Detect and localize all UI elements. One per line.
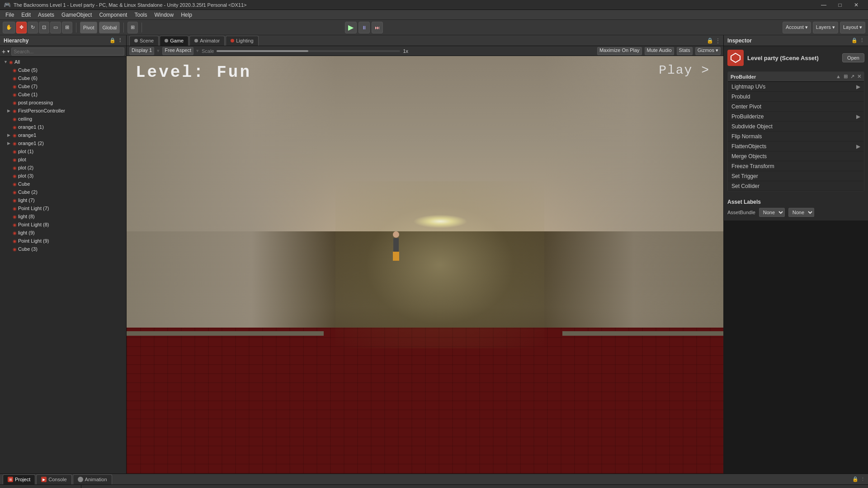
menu-component[interactable]: Component [95,11,131,19]
layout-button[interactable]: Layout ▾ [840,22,865,33]
pb-arrow-icon: ▶ [856,84,860,90]
minimize-button[interactable]: — [816,0,832,10]
rect-tool[interactable]: ▭ [50,22,61,33]
stats-button[interactable]: Stats [677,47,693,55]
menu-assets[interactable]: Assets [34,11,58,19]
pb-set-trigger[interactable]: Set Trigger [728,171,864,181]
hier-cube[interactable]: ◉ Cube [0,180,126,188]
hier-pointlight9[interactable]: ◉ Point Light (9) [0,237,126,245]
hier-light8[interactable]: ◉ light (8) [0,212,126,221]
step-button[interactable]: ⏭ [372,22,383,33]
tab-game[interactable]: Game [160,36,189,46]
tab-console[interactable]: ▶ Console [36,474,71,484]
maximize-button[interactable]: □ [832,0,848,10]
view-panel-menu[interactable]: ⋮ [715,38,721,44]
snap-button[interactable]: ⊞ [127,22,138,33]
hier-postprocessing[interactable]: ◉ post processing [0,99,126,107]
hierarchy-add-icon[interactable]: + [2,48,5,55]
pb-set-collider[interactable]: Set Collider [728,181,864,191]
mute-audio[interactable]: Mute Audio [645,47,674,55]
pb-probuld[interactable]: Probuld [728,92,864,102]
tab-lighting[interactable]: Lighting [226,36,259,46]
hierarchy-menu-icon[interactable]: ⋮ [118,38,123,43]
open-button[interactable]: Open [842,53,864,62]
pivot-button[interactable]: Pivot [80,22,97,33]
menu-help[interactable]: Help [177,11,196,19]
menu-edit[interactable]: Edit [18,11,34,19]
tab-project[interactable]: ⊞ Project [3,474,35,484]
hier-cube6[interactable]: ◉ Cube (6) [0,74,126,82]
global-button[interactable]: Global [99,22,120,33]
hier-cube7[interactable]: ◉ Cube (7) [0,82,126,90]
menu-tools[interactable]: Tools [131,11,151,19]
pb-subdivide[interactable]: Subdivide Object [728,122,864,131]
hierarchy-search[interactable] [11,47,124,56]
pb-merge[interactable]: Merge Objects [728,151,864,161]
layers-button[interactable]: Layers ▾ [813,22,838,33]
hier-ceiling[interactable]: ◉ ceiling [0,115,126,123]
gizmos-dropdown[interactable]: Gizmos ▾ [695,47,721,55]
display-dropdown[interactable]: Display 1 [129,47,154,55]
pause-button[interactable]: ⏸ [359,22,370,33]
bottom-lock-icon[interactable]: 🔒 [852,476,859,482]
pb-detach-icon[interactable]: ↗ [850,74,854,80]
hier-plot3[interactable]: ◉ plot (3) [0,172,126,180]
asset-bundle-variant-select[interactable]: None [788,208,814,217]
scale-tool[interactable]: ⊡ [39,22,49,33]
hand-tool[interactable]: ✋ [3,22,15,33]
account-button[interactable]: Account ▾ [783,22,811,33]
hud-play-button[interactable]: Play > [659,63,710,77]
asset-bundle-select[interactable]: None [759,208,785,217]
hierarchy-dropdown-icon[interactable]: ▾ [7,49,9,54]
hier-cube5[interactable]: ◉ Cube (5) [0,66,126,74]
hier-cube2[interactable]: ◉ Cube (2) [0,188,126,196]
hier-orange1[interactable]: ▶ ◉ orange1 [0,131,126,139]
tab-animator[interactable]: Animator [189,36,225,46]
hier-pointlight7[interactable]: ◉ Point Light (7) [0,204,126,212]
svg-marker-0 [731,53,740,62]
inspector-title: Inspector [727,38,752,44]
move-tool[interactable]: ✥ [16,22,27,33]
play-button[interactable]: ▶ [345,22,357,33]
pb-lightmap-uvs[interactable]: Lightmap UVs ▶ [728,82,864,92]
hier-light9[interactable]: ◉ light (9) [0,229,126,237]
hier-all[interactable]: ▼ ◉ All [0,58,126,66]
view-panel-lock[interactable]: 🔒 [707,38,713,44]
hier-firstperson[interactable]: ▶ ◉ FirstPersonController [0,107,126,115]
hier-orange1-1[interactable]: ◉ orange1 (1) [0,123,126,131]
bottom-menu-icon[interactable]: ⋮ [860,476,865,482]
hier-plot2[interactable]: ◉ plot (2) [0,164,126,172]
menu-window[interactable]: Window [151,11,177,19]
hierarchy-lock-icon[interactable]: 🔒 [109,38,116,43]
maximize-on-play[interactable]: Maximize On Play [597,47,642,55]
hier-cube1[interactable]: ◉ Cube (1) [0,90,126,99]
inspector-menu[interactable]: ⋮ [859,38,864,43]
pb-close-icon[interactable]: ✕ [857,74,861,80]
close-button[interactable]: ✕ [848,0,864,10]
pb-item-label: Set Collider [731,183,760,189]
pb-pin-icon[interactable]: ▲ [836,74,841,80]
hier-pointlight8[interactable]: ◉ Point Light (8) [0,221,126,229]
hier-plot[interactable]: ◉ plot [0,155,126,164]
hier-cube3[interactable]: ◉ Cube (3) [0,245,126,253]
pb-flip-normals[interactable]: Flip Normals [728,131,864,141]
rotate-tool[interactable]: ↻ [28,22,38,33]
menu-file[interactable]: File [2,11,18,19]
expand-arrow: ▼ [4,60,9,64]
transform-tool[interactable]: ⊞ [62,22,72,33]
scale-slider[interactable] [217,50,400,52]
hier-plot1[interactable]: ◉ plot (1) [0,147,126,155]
assets-add-icon[interactable]: + [2,486,5,488]
pb-flatten[interactable]: FlattenObjects ▶ [728,141,864,151]
pb-center-pivot[interactable]: Center Pivot [728,102,864,112]
pb-expand-icon[interactable]: ⊞ [844,74,848,80]
tab-scene[interactable]: Scene [129,36,159,46]
menu-gameobject[interactable]: GameObject [58,11,95,19]
pb-probuilderize[interactable]: ProBuilderize ▶ [728,112,864,122]
hier-light7[interactable]: ◉ light (7) [0,196,126,204]
tab-animation[interactable]: Animation [73,474,112,484]
hier-orange1-2[interactable]: ▶ ◉ orange1 (2) [0,139,126,147]
aspect-dropdown[interactable]: Free Aspect [162,47,193,55]
inspector-lock[interactable]: 🔒 [851,38,858,43]
pb-freeze[interactable]: Freeze Transform [728,161,864,171]
